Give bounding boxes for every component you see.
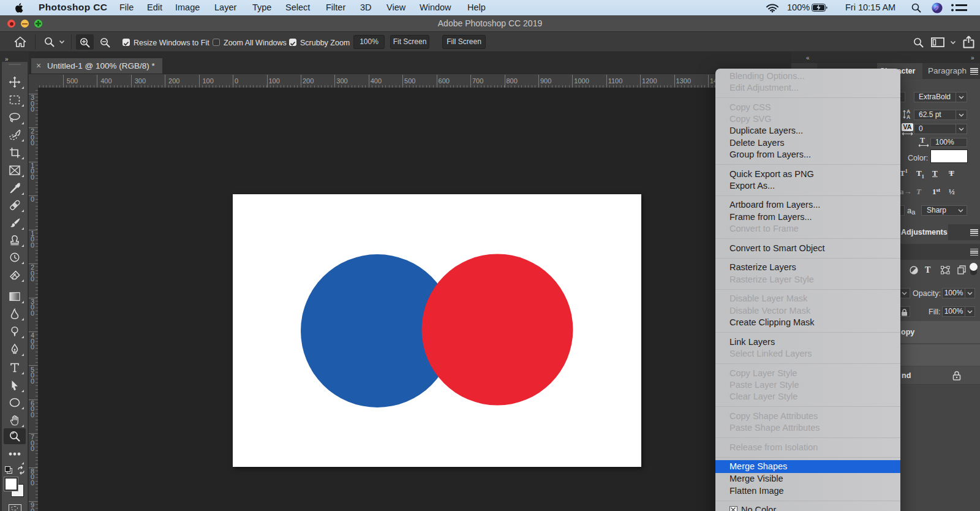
svg-text:A: A	[907, 114, 910, 120]
svg-text:T: T	[920, 137, 925, 145]
